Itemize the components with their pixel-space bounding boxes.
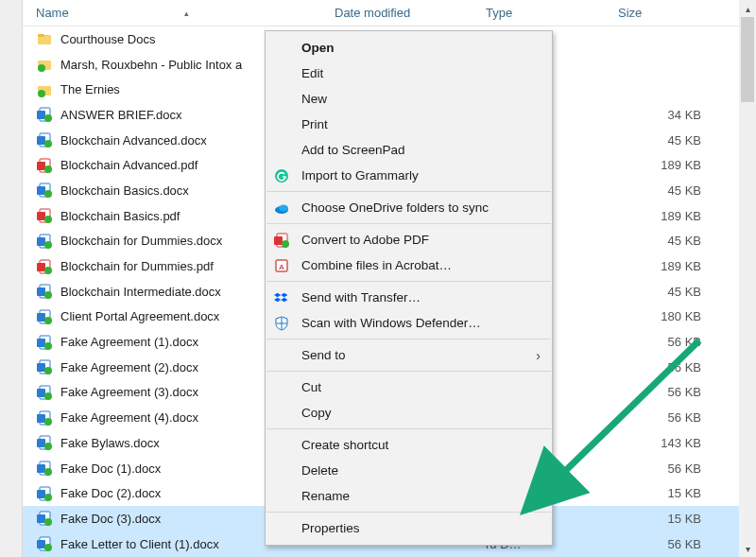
svg-rect-52 <box>37 490 45 498</box>
svg-rect-25 <box>37 263 45 271</box>
menu-item[interactable]: Add to ScreenPad <box>266 137 552 163</box>
svg-point-59 <box>44 544 52 551</box>
menu-item-label: Print <box>301 117 328 131</box>
svg-rect-49 <box>37 464 45 473</box>
file-type-icon <box>36 131 53 148</box>
file-type-icon <box>36 233 53 250</box>
scroll-down-button[interactable]: ▾ <box>739 540 756 557</box>
menu-item-label: Edit <box>301 66 323 80</box>
menu-item-label: Add to ScreenPad <box>301 143 405 157</box>
grammarly-icon <box>273 167 290 184</box>
svg-point-41 <box>44 392 52 400</box>
svg-point-5 <box>38 90 45 97</box>
menu-item[interactable]: Print <box>266 112 552 137</box>
file-size: 15 KB <box>618 512 739 526</box>
svg-rect-34 <box>37 339 45 347</box>
menu-item-label: Cut <box>301 380 321 394</box>
svg-rect-19 <box>37 212 45 220</box>
menu-item[interactable]: Rename <box>266 483 552 509</box>
svg-rect-28 <box>37 287 45 296</box>
svg-point-56 <box>44 518 52 526</box>
menu-separator <box>266 191 551 192</box>
svg-point-68 <box>282 240 289 248</box>
svg-point-50 <box>44 468 52 476</box>
svg-rect-16 <box>37 186 45 195</box>
menu-separator <box>266 512 551 513</box>
svg-point-47 <box>44 443 52 450</box>
svg-rect-1 <box>38 34 44 37</box>
pdf-combine-icon: A <box>273 257 290 274</box>
menu-item[interactable]: ACombine files in Acrobat… <box>266 252 552 278</box>
file-type-icon <box>36 460 53 477</box>
svg-point-3 <box>38 64 45 72</box>
file-size: 15 KB <box>618 486 739 500</box>
menu-item[interactable]: Import to Grammarly <box>266 163 552 188</box>
svg-point-14 <box>44 165 52 173</box>
dropbox-icon <box>273 289 290 306</box>
column-header-type[interactable]: Type <box>472 6 605 20</box>
svg-point-26 <box>44 267 52 274</box>
menu-item[interactable]: Delete <box>266 458 552 483</box>
scroll-up-button[interactable]: ▴ <box>739 0 756 17</box>
menu-item-label: Create shortcut <box>301 438 388 452</box>
svg-point-35 <box>44 342 52 350</box>
menu-item[interactable]: New <box>266 86 552 112</box>
menu-item[interactable]: Open <box>266 35 552 61</box>
file-type-icon <box>36 358 53 375</box>
chevron-right-icon: › <box>536 348 541 363</box>
column-header-name[interactable]: Name ▴ <box>23 6 321 20</box>
menu-item-label: Combine files in Acrobat… <box>301 258 452 272</box>
file-type-icon <box>36 81 53 98</box>
menu-item[interactable]: Cut <box>266 374 552 400</box>
menu-item[interactable]: Choose OneDrive folders to sync <box>266 195 552 220</box>
svg-rect-55 <box>37 514 45 523</box>
file-size: 56 KB <box>618 335 739 349</box>
menu-item-label: Properties <box>301 521 360 535</box>
menu-item-label: New <box>301 92 327 106</box>
file-type-icon <box>36 30 53 47</box>
column-header-label: Date modified <box>335 6 410 20</box>
svg-point-17 <box>44 190 52 198</box>
menu-item[interactable]: Properties <box>266 515 552 541</box>
file-type-icon <box>36 308 53 325</box>
menu-item-label: Open <box>301 41 335 55</box>
menu-item-label: Import to Grammarly <box>301 168 419 183</box>
menu-separator <box>266 371 551 372</box>
svg-rect-58 <box>37 540 45 548</box>
svg-rect-10 <box>37 136 45 145</box>
svg-rect-7 <box>37 111 45 119</box>
menu-item[interactable]: Send to› <box>266 342 552 368</box>
vertical-scrollbar[interactable]: ▴ ▾ <box>739 0 756 557</box>
svg-point-44 <box>44 418 52 426</box>
scroll-thumb[interactable] <box>741 17 754 102</box>
file-size: 34 KB <box>618 108 739 122</box>
file-type-icon <box>36 207 53 224</box>
menu-item[interactable]: Scan with Windows Defender… <box>266 310 552 336</box>
menu-item-label: Send with Transfer… <box>301 290 421 305</box>
svg-rect-31 <box>37 313 45 322</box>
menu-item-label: Rename <box>301 489 350 503</box>
file-size: 45 KB <box>618 234 739 248</box>
svg-rect-40 <box>37 389 45 397</box>
svg-point-20 <box>44 216 52 223</box>
svg-point-53 <box>44 494 52 501</box>
menu-item[interactable]: Create shortcut <box>266 432 552 458</box>
menu-item[interactable]: Edit <box>266 61 552 86</box>
file-size: 56 KB <box>618 385 739 399</box>
menu-separator <box>266 281 551 282</box>
file-type-icon <box>36 283 53 300</box>
file-size: 56 KB <box>618 537 739 551</box>
menu-item-label: Send to <box>301 348 346 362</box>
menu-item[interactable]: Copy <box>266 400 552 426</box>
column-header-date[interactable]: Date modified <box>321 6 472 20</box>
svg-point-11 <box>44 140 52 148</box>
menu-separator <box>266 339 551 339</box>
column-header-label: Name <box>36 6 69 20</box>
column-header-size[interactable]: Size <box>605 6 739 20</box>
file-type-icon <box>36 106 53 123</box>
file-size: 56 KB <box>618 410 739 425</box>
svg-text:A: A <box>279 263 284 271</box>
column-header-label: Type <box>486 6 512 20</box>
menu-item[interactable]: Convert to Adobe PDF <box>266 227 552 252</box>
menu-item[interactable]: Send with Transfer… <box>266 285 552 310</box>
